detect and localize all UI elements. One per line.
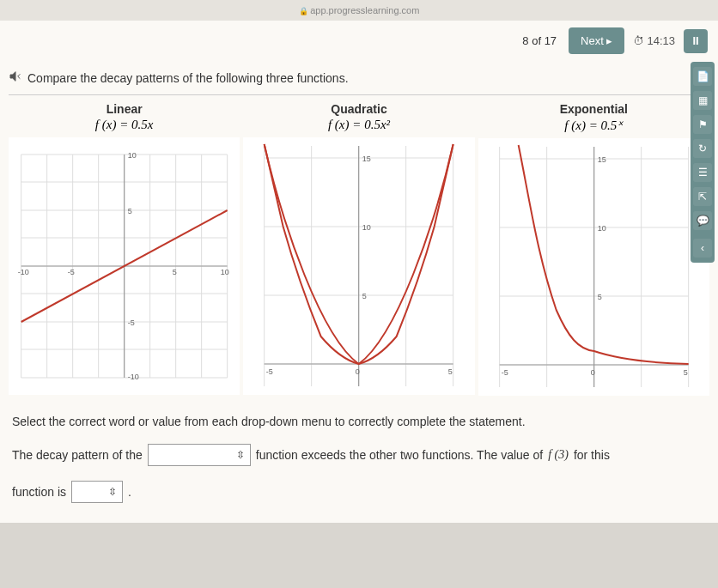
timer-value: 14:13 xyxy=(647,34,675,47)
svg-text:-5: -5 xyxy=(501,368,508,377)
svg-text:-10: -10 xyxy=(128,373,139,381)
chart-exponential-equation: f (x) = 0.5ˣ xyxy=(478,118,709,133)
sentence-part-6: . xyxy=(128,479,131,506)
chart-exponential-plot: -505 51015 xyxy=(478,138,709,396)
chart-linear: Linear f (x) = 0.5x -10-5510 105-5-10 xyxy=(9,102,240,399)
side-toolbar: 📄 ▦ ⚑ ↻ ☰ ⇱ 💬 ‹ xyxy=(691,62,715,263)
sentence-f3: f (3) xyxy=(548,442,569,469)
chevron-updown-icon: ⇳ xyxy=(108,481,117,503)
dropdown-function-type[interactable]: ⇳ xyxy=(148,444,251,466)
chart-exponential: Exponential f (x) = 0.5ˣ -505 51015 xyxy=(478,102,709,399)
svg-text:5: 5 xyxy=(128,207,132,215)
grid-icon[interactable]: ▦ xyxy=(693,91,712,110)
chart-linear-equation: f (x) = 0.5x xyxy=(9,118,240,132)
svg-text:10: 10 xyxy=(128,151,137,160)
chart-quadratic-title: Quadratic xyxy=(243,102,474,116)
chart-quadratic-plot: -505 51015 xyxy=(243,137,474,395)
refresh-icon[interactable]: ↻ xyxy=(693,139,712,158)
charts-row: Linear f (x) = 0.5x -10-5510 105-5-10 xyxy=(9,94,709,399)
collapse-icon[interactable]: ‹ xyxy=(693,239,712,258)
timer: ⏱ 14:13 xyxy=(633,34,675,47)
svg-text:5: 5 xyxy=(362,292,367,300)
chart-exponential-title: Exponential xyxy=(478,102,709,116)
sentence-part-1: The decay pattern of the xyxy=(12,442,143,469)
prompt-row: Compare the decay patterns of the follow… xyxy=(9,64,709,94)
top-bar: 8 of 17 Next ▸ ⏱ 14:13 II xyxy=(0,21,718,61)
sentence-part-2: function exceeds the other two functions… xyxy=(256,442,543,469)
flag-icon[interactable]: ⚑ xyxy=(693,115,712,134)
svg-text:5: 5 xyxy=(448,367,453,376)
svg-text:-10: -10 xyxy=(18,268,29,276)
svg-text:5: 5 xyxy=(173,268,177,276)
url-bar: app.progresslearning.com xyxy=(0,0,718,21)
svg-text:15: 15 xyxy=(597,155,605,164)
svg-text:5: 5 xyxy=(597,293,601,301)
notes-icon[interactable]: 📄 xyxy=(693,67,712,86)
next-button[interactable]: Next ▸ xyxy=(569,27,624,54)
question-counter: 8 of 17 xyxy=(522,34,557,47)
svg-text:10: 10 xyxy=(362,223,371,232)
svg-text:10: 10 xyxy=(597,224,605,233)
svg-text:-5: -5 xyxy=(266,367,273,376)
sentence-part-4: for this xyxy=(574,442,610,469)
export-icon[interactable]: ⇱ xyxy=(693,187,712,206)
dropdown-value[interactable]: ⇳ xyxy=(71,481,123,503)
chevron-updown-icon: ⇳ xyxy=(236,444,245,466)
chart-linear-title: Linear xyxy=(9,102,240,116)
svg-text:5: 5 xyxy=(683,368,687,377)
speaker-icon[interactable] xyxy=(9,70,22,86)
svg-text:-5: -5 xyxy=(128,318,135,327)
chart-quadratic: Quadratic f (x) = 0.5x² -505 51015 xyxy=(243,102,474,399)
chat-icon[interactable]: 💬 xyxy=(693,211,712,230)
chart-linear-plot: -10-5510 105-5-10 xyxy=(9,137,240,395)
list-icon[interactable]: ☰ xyxy=(693,163,712,182)
chart-quadratic-equation: f (x) = 0.5x² xyxy=(243,118,474,132)
pause-button[interactable]: II xyxy=(684,29,708,53)
svg-text:0: 0 xyxy=(356,367,360,376)
answer-sentence: The decay pattern of the ⇳ function exce… xyxy=(9,442,709,514)
svg-text:10: 10 xyxy=(221,268,229,276)
svg-text:15: 15 xyxy=(362,155,371,163)
svg-text:0: 0 xyxy=(590,368,594,377)
instruction-text: Select the correct word or value from ea… xyxy=(9,399,709,442)
clock-icon: ⏱ xyxy=(633,34,644,47)
svg-text:-5: -5 xyxy=(68,268,75,276)
sentence-part-5: function is xyxy=(12,479,66,506)
prompt-text: Compare the decay patterns of the follow… xyxy=(27,71,349,85)
question-content: Compare the decay patterns of the follow… xyxy=(0,61,718,523)
